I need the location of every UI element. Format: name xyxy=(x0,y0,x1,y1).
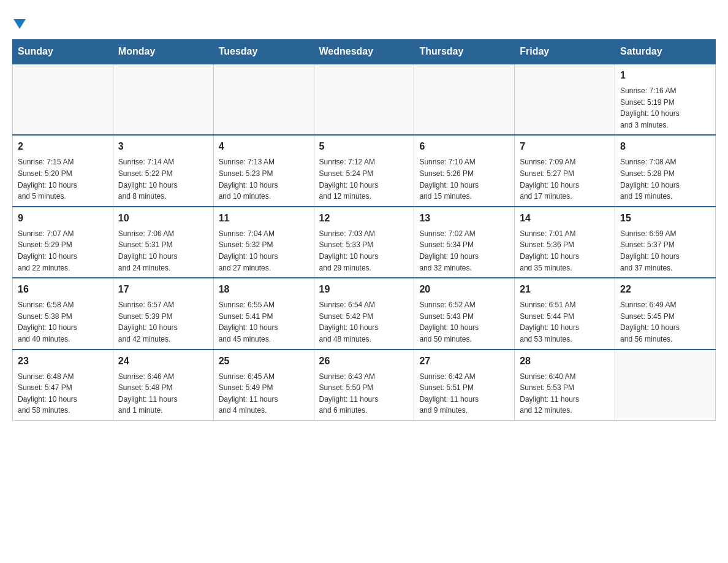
calendar-cell: 19Sunrise: 6:54 AMSunset: 5:42 PMDayligh… xyxy=(314,278,414,349)
day-info: Sunrise: 6:52 AMSunset: 5:43 PMDaylight:… xyxy=(419,299,509,345)
weekday-header-saturday: Saturday xyxy=(615,40,716,64)
day-info: Sunrise: 7:01 AMSunset: 5:36 PMDaylight:… xyxy=(520,228,610,274)
calendar-cell: 3Sunrise: 7:14 AMSunset: 5:22 PMDaylight… xyxy=(113,135,213,206)
calendar-week-row: 23Sunrise: 6:48 AMSunset: 5:47 PMDayligh… xyxy=(13,350,716,421)
day-info: Sunrise: 7:16 AMSunset: 5:19 PMDaylight:… xyxy=(620,85,710,131)
weekday-header-wednesday: Wednesday xyxy=(314,40,414,64)
day-number: 21 xyxy=(520,282,610,297)
day-number: 5 xyxy=(319,139,409,154)
day-number: 27 xyxy=(419,354,509,369)
day-number: 16 xyxy=(18,282,108,297)
day-info: Sunrise: 6:54 AMSunset: 5:42 PMDaylight:… xyxy=(319,299,409,345)
calendar-week-row: 1Sunrise: 7:16 AMSunset: 5:19 PMDaylight… xyxy=(13,64,716,135)
calendar-cell: 4Sunrise: 7:13 AMSunset: 5:23 PMDaylight… xyxy=(213,135,314,206)
day-info: Sunrise: 6:57 AMSunset: 5:39 PMDaylight:… xyxy=(118,299,208,345)
day-info: Sunrise: 6:55 AMSunset: 5:41 PMDaylight:… xyxy=(219,299,309,345)
calendar-cell xyxy=(414,64,515,135)
weekday-header-tuesday: Tuesday xyxy=(213,40,314,64)
weekday-header-thursday: Thursday xyxy=(414,40,515,64)
day-info: Sunrise: 6:45 AMSunset: 5:49 PMDaylight:… xyxy=(219,371,309,416)
calendar-cell: 27Sunrise: 6:42 AMSunset: 5:51 PMDayligh… xyxy=(414,350,515,421)
day-info: Sunrise: 6:51 AMSunset: 5:44 PMDaylight:… xyxy=(520,299,610,345)
calendar-cell: 20Sunrise: 6:52 AMSunset: 5:43 PMDayligh… xyxy=(414,278,515,349)
calendar-header-row: SundayMondayTuesdayWednesdayThursdayFrid… xyxy=(13,40,716,64)
day-number: 8 xyxy=(620,139,710,154)
day-number: 25 xyxy=(219,354,309,369)
day-number: 4 xyxy=(219,139,309,154)
calendar-week-row: 2Sunrise: 7:15 AMSunset: 5:20 PMDaylight… xyxy=(13,135,716,206)
calendar-cell: 14Sunrise: 7:01 AMSunset: 5:36 PMDayligh… xyxy=(515,207,615,278)
day-number: 6 xyxy=(419,139,509,154)
day-info: Sunrise: 6:40 AMSunset: 5:53 PMDaylight:… xyxy=(520,371,610,416)
day-number: 9 xyxy=(18,211,108,226)
day-number: 22 xyxy=(620,282,710,297)
day-number: 28 xyxy=(520,354,610,369)
logo-text xyxy=(12,12,26,29)
day-number: 20 xyxy=(419,282,509,297)
day-number: 3 xyxy=(118,139,208,154)
day-number: 23 xyxy=(18,354,108,369)
calendar-week-row: 16Sunrise: 6:58 AMSunset: 5:38 PMDayligh… xyxy=(13,278,716,349)
day-info: Sunrise: 6:42 AMSunset: 5:51 PMDaylight:… xyxy=(419,371,509,416)
day-info: Sunrise: 7:10 AMSunset: 5:26 PMDaylight:… xyxy=(419,156,509,202)
day-info: Sunrise: 7:06 AMSunset: 5:31 PMDaylight:… xyxy=(118,228,208,274)
calendar-cell xyxy=(13,64,113,135)
calendar-cell: 21Sunrise: 6:51 AMSunset: 5:44 PMDayligh… xyxy=(515,278,615,349)
calendar-cell: 6Sunrise: 7:10 AMSunset: 5:26 PMDaylight… xyxy=(414,135,515,206)
day-info: Sunrise: 7:15 AMSunset: 5:20 PMDaylight:… xyxy=(18,156,108,202)
calendar-cell xyxy=(515,64,615,135)
weekday-header-sunday: Sunday xyxy=(13,40,113,64)
day-number: 13 xyxy=(419,211,509,226)
day-number: 19 xyxy=(319,282,409,297)
calendar-cell: 15Sunrise: 6:59 AMSunset: 5:37 PMDayligh… xyxy=(615,207,716,278)
calendar-cell: 17Sunrise: 6:57 AMSunset: 5:39 PMDayligh… xyxy=(113,278,213,349)
day-info: Sunrise: 7:03 AMSunset: 5:33 PMDaylight:… xyxy=(319,228,409,274)
logo-triangle-icon xyxy=(13,19,26,29)
calendar-cell: 11Sunrise: 7:04 AMSunset: 5:32 PMDayligh… xyxy=(213,207,314,278)
day-number: 18 xyxy=(219,282,309,297)
day-info: Sunrise: 6:46 AMSunset: 5:48 PMDaylight:… xyxy=(118,371,208,416)
weekday-header-monday: Monday xyxy=(113,40,213,64)
day-info: Sunrise: 7:13 AMSunset: 5:23 PMDaylight:… xyxy=(219,156,309,202)
calendar-cell: 2Sunrise: 7:15 AMSunset: 5:20 PMDaylight… xyxy=(13,135,113,206)
calendar-cell xyxy=(113,64,213,135)
day-info: Sunrise: 7:02 AMSunset: 5:34 PMDaylight:… xyxy=(419,228,509,274)
day-number: 17 xyxy=(118,282,208,297)
day-info: Sunrise: 6:49 AMSunset: 5:45 PMDaylight:… xyxy=(620,299,710,345)
weekday-header-friday: Friday xyxy=(515,40,615,64)
calendar-cell: 9Sunrise: 7:07 AMSunset: 5:29 PMDaylight… xyxy=(13,207,113,278)
calendar-cell: 8Sunrise: 7:08 AMSunset: 5:28 PMDaylight… xyxy=(615,135,716,206)
calendar-cell xyxy=(615,350,716,421)
calendar-cell: 13Sunrise: 7:02 AMSunset: 5:34 PMDayligh… xyxy=(414,207,515,278)
calendar-cell: 16Sunrise: 6:58 AMSunset: 5:38 PMDayligh… xyxy=(13,278,113,349)
calendar-cell xyxy=(213,64,314,135)
calendar-cell: 28Sunrise: 6:40 AMSunset: 5:53 PMDayligh… xyxy=(515,350,615,421)
calendar-week-row: 9Sunrise: 7:07 AMSunset: 5:29 PMDaylight… xyxy=(13,207,716,278)
day-info: Sunrise: 7:12 AMSunset: 5:24 PMDaylight:… xyxy=(319,156,409,202)
day-number: 26 xyxy=(319,354,409,369)
day-info: Sunrise: 7:08 AMSunset: 5:28 PMDaylight:… xyxy=(620,156,710,202)
day-number: 14 xyxy=(520,211,610,226)
calendar-cell: 22Sunrise: 6:49 AMSunset: 5:45 PMDayligh… xyxy=(615,278,716,349)
day-number: 11 xyxy=(219,211,309,226)
calendar-cell: 23Sunrise: 6:48 AMSunset: 5:47 PMDayligh… xyxy=(13,350,113,421)
day-number: 7 xyxy=(520,139,610,154)
calendar-cell: 18Sunrise: 6:55 AMSunset: 5:41 PMDayligh… xyxy=(213,278,314,349)
calendar-cell xyxy=(314,64,414,135)
day-info: Sunrise: 6:43 AMSunset: 5:50 PMDaylight:… xyxy=(319,371,409,416)
day-info: Sunrise: 7:14 AMSunset: 5:22 PMDaylight:… xyxy=(118,156,208,202)
calendar-cell: 26Sunrise: 6:43 AMSunset: 5:50 PMDayligh… xyxy=(314,350,414,421)
calendar-cell: 1Sunrise: 7:16 AMSunset: 5:19 PMDaylight… xyxy=(615,64,716,135)
day-number: 1 xyxy=(620,68,710,83)
calendar-cell: 7Sunrise: 7:09 AMSunset: 5:27 PMDaylight… xyxy=(515,135,615,206)
day-number: 15 xyxy=(620,211,710,226)
day-number: 12 xyxy=(319,211,409,226)
calendar-cell: 25Sunrise: 6:45 AMSunset: 5:49 PMDayligh… xyxy=(213,350,314,421)
page-header xyxy=(12,12,716,29)
day-info: Sunrise: 7:04 AMSunset: 5:32 PMDaylight:… xyxy=(219,228,309,274)
day-info: Sunrise: 6:59 AMSunset: 5:37 PMDaylight:… xyxy=(620,228,710,274)
day-number: 10 xyxy=(118,211,208,226)
day-info: Sunrise: 6:48 AMSunset: 5:47 PMDaylight:… xyxy=(18,371,108,416)
day-number: 2 xyxy=(18,139,108,154)
day-info: Sunrise: 7:07 AMSunset: 5:29 PMDaylight:… xyxy=(18,228,108,274)
